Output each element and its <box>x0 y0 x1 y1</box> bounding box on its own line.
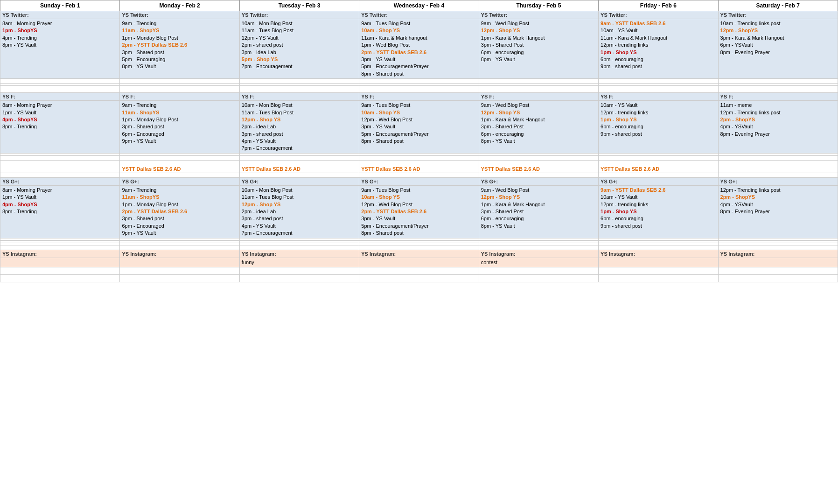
list-item: 8pm - YS Vault <box>122 63 237 70</box>
spacer-cell <box>718 245 838 250</box>
section-header-cell: YS F: <box>718 93 838 101</box>
list-item: 4pm - YS Vault <box>242 138 357 145</box>
list-item: 8pm - Evening Prayer <box>720 131 836 138</box>
list-item: 2pm - YSTT Dallas SEB 2.6 <box>122 42 237 49</box>
table-cell <box>359 258 479 267</box>
list-item: 10am - YS Vault <box>601 102 716 109</box>
list-item: 5pm - Encouragement/Prayer <box>361 131 476 138</box>
list-item: 9am - Trending <box>122 102 237 109</box>
section-header-cell: YS G+: <box>479 177 598 185</box>
spacer-cell <box>479 245 598 250</box>
ystt-label: YSTT Dallas SEB 2.6 AD <box>122 166 181 172</box>
section-header-cell: YS Twitter: <box>120 11 239 19</box>
list-item: 10am - Mon Blog Post <box>242 20 357 27</box>
list-item: 3pm - YS Vault <box>361 123 476 130</box>
header-thursday: Thursday - Feb 5 <box>479 0 598 11</box>
list-item: 6pm - encouraging <box>601 56 716 63</box>
list-item: 10am - Mon Blog Post <box>242 102 357 109</box>
list-item: 1pm - Wed Blog Post <box>361 42 476 49</box>
section-header-cell: YS G+: <box>718 177 838 185</box>
list-item: 9am - Wed Blog Post <box>481 102 596 109</box>
table-cell: contest <box>479 258 598 267</box>
list-item: 11am - ShopYS <box>122 109 237 116</box>
section-header-cell: YS G+: <box>239 177 359 185</box>
list-item: 12pm - Trending links post <box>720 109 836 116</box>
list-item: 7pm - Encouragement <box>242 63 357 70</box>
table-cell: 9am - Wed Blog Post12pm - Shop YS1pm - K… <box>479 185 598 238</box>
list-item: 1pm - Monday Blog Post <box>122 201 237 208</box>
list-item: 3pm - Shared Post <box>481 42 596 49</box>
table-cell: 9am - YSTT Dallas SEB 2.610am - YS Vault… <box>599 185 718 238</box>
list-item: 6pm - Encouraged <box>122 131 237 138</box>
section-header-cell: YS Instagram: <box>359 250 479 258</box>
list-item: 1pm - YS Vault <box>2 194 118 201</box>
list-item: 9pm - shared post <box>601 223 716 230</box>
list-item: 3pm - Kara & Mark Hangout <box>720 35 836 42</box>
list-item: 8pm - Shared post <box>361 230 476 237</box>
list-item: 1pm - Monday Blog Post <box>122 116 237 123</box>
empty-cell <box>599 274 718 282</box>
empty-cell <box>718 274 838 282</box>
header-monday: Monday - Feb 2 <box>120 0 239 11</box>
table-cell: 9am - Trending11am - ShopYS1pm - Monday … <box>120 101 239 154</box>
list-item: 5pm - Encouragement/Prayer <box>361 63 476 70</box>
ystt-cell: YSTT Dallas SEB 2.6 AD <box>599 165 718 173</box>
list-item: 11am - Kara & Mark hangout <box>361 35 476 42</box>
list-item: 4pm - ShopYS <box>2 116 118 123</box>
table-cell: 10am - YS Vault12pm - trending links1pm … <box>599 101 718 154</box>
list-item: 12pm - Shop YS <box>242 116 357 123</box>
list-item: 8pm - Shared post <box>361 70 476 77</box>
list-item: 10am - Shop YS <box>361 27 476 34</box>
table-cell <box>718 258 838 267</box>
list-item: 7pm - Encouragement <box>242 230 357 237</box>
table-cell: funny <box>239 258 359 267</box>
section-header-cell: YS G+: <box>359 177 479 185</box>
list-item: 2pm - idea Lab <box>242 208 357 215</box>
table-cell: 8am - Morning Prayer1pm - YS Vault4pm - … <box>0 101 120 154</box>
table-cell: 9am - Tues Blog Post10am - Shop YS12pm -… <box>359 101 479 154</box>
list-item: 1pm - Kara & Mark Hangout <box>481 201 596 208</box>
list-item: 8am - Morning Prayer <box>2 102 118 109</box>
spacer-cell <box>479 160 598 165</box>
list-item: 2pm - ShopYS <box>720 116 836 123</box>
spacer-cell <box>359 245 479 250</box>
list-item: 8pm - Shared post <box>361 138 476 145</box>
list-item: 6pm - YSVault <box>720 42 836 49</box>
section-header-cell: YS Twitter: <box>479 11 598 19</box>
section-header-cell: YS Instagram: <box>718 250 838 258</box>
spacer-cell <box>0 173 120 177</box>
list-item: 9am - Trending <box>122 20 237 27</box>
section-header-cell: YS G+: <box>120 177 239 185</box>
list-item: 12pm - Shop YS <box>242 201 357 208</box>
spacer-cell <box>359 160 479 165</box>
list-item: 9am - Tues Blog Post <box>361 102 476 109</box>
section-header-cell: YS Twitter: <box>0 11 120 19</box>
spacer-cell <box>120 160 239 165</box>
table-cell: 9am - YSTT Dallas SEB 2.610am - YS Vault… <box>599 19 718 79</box>
spacer-cell <box>120 245 239 250</box>
section-header-cell: YS F: <box>479 93 598 101</box>
spacer-cell <box>479 173 598 177</box>
list-item: 10am - Mon Blog Post <box>242 187 357 194</box>
header-tuesday: Tuesday - Feb 3 <box>239 0 359 11</box>
empty-cell <box>479 267 598 274</box>
list-item: 8pm - Trending <box>2 208 118 215</box>
list-item: 1pm - Shop YS <box>601 208 716 215</box>
section-header-cell: YS Instagram: <box>120 250 239 258</box>
list-item: 12pm - Trending links post <box>720 187 836 194</box>
list-item: 8am - Morning Prayer <box>2 20 118 27</box>
spacer-cell <box>239 160 359 165</box>
list-item: 3pm - Shared post <box>122 123 237 130</box>
list-item: 6pm - encouraging <box>601 215 716 222</box>
list-item: 1pm - Kara & Mark Hangout <box>481 35 596 42</box>
section-header-cell: YS Twitter: <box>718 11 838 19</box>
list-item: 6pm - encouraging <box>601 123 716 130</box>
table-cell: 9am - Trending11am - ShopYS1pm - Monday … <box>120 19 239 79</box>
spacer-cell <box>0 245 120 250</box>
list-item: 10am - Trending links post <box>720 20 836 27</box>
table-cell: 10am - Mon Blog Post11am - Tues Blog Pos… <box>239 185 359 238</box>
list-item: 3pm - Shared post <box>122 215 237 222</box>
list-item: 1pm - ShopYS <box>2 27 118 34</box>
list-item: 8am - Morning Prayer <box>2 187 118 194</box>
list-item: 5pm - Shop YS <box>242 56 357 63</box>
